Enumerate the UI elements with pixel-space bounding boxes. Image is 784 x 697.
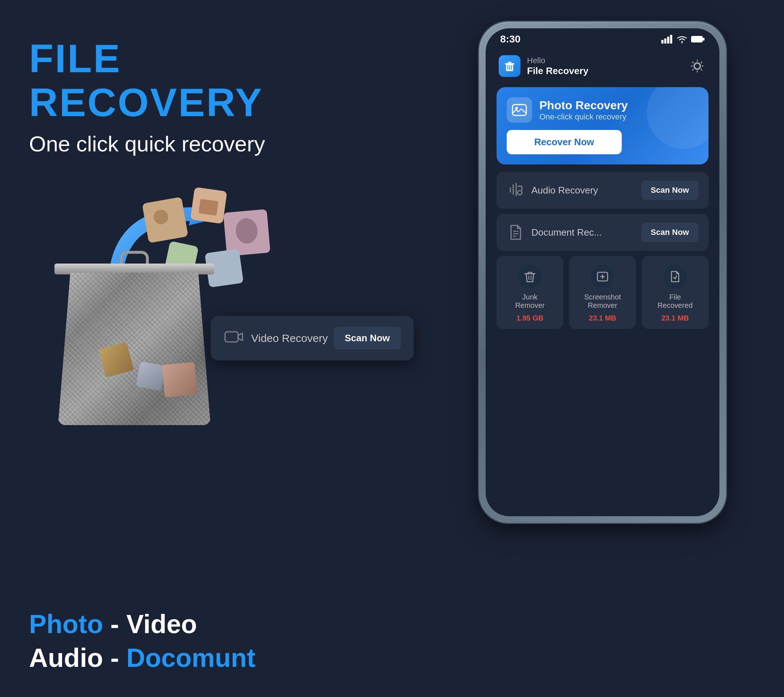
- svg-point-24: [517, 191, 522, 195]
- svg-rect-10: [664, 38, 666, 44]
- video-scan-button[interactable]: Scan Now: [334, 327, 401, 349]
- app-icon: [499, 55, 520, 77]
- header-left: Hello File Recovery: [499, 55, 588, 77]
- svg-rect-22: [512, 105, 526, 115]
- left-panel: FILE RECOVERY One click quick recovery: [29, 36, 356, 425]
- svg-rect-12: [670, 35, 672, 44]
- trash-handle: [120, 251, 149, 265]
- header-text: Hello File Recovery: [527, 56, 588, 77]
- photo-icon: [511, 102, 528, 119]
- svg-rect-17: [508, 62, 511, 64]
- screenshot-size: 23.1 MB: [589, 314, 616, 322]
- label-photo: Photo: [29, 610, 103, 639]
- file-name: FileRecovered: [658, 293, 693, 310]
- label-line2: Audio - Docomunt: [29, 641, 255, 675]
- label-video: Video: [126, 610, 197, 639]
- file-icon-circle: [663, 265, 687, 288]
- file-recovered-card[interactable]: FileRecovered 23.1 MB: [642, 256, 708, 329]
- document-scan-button[interactable]: Scan Now: [641, 222, 698, 242]
- screenshot-name: ScreenshotRemover: [584, 293, 621, 310]
- screenshot-icon-circle: [591, 265, 614, 288]
- bottom-labels: Photo - Video Audio - Docomunt: [29, 607, 255, 675]
- trash-icon-svg: [503, 59, 516, 73]
- card-title: Photo Recovery: [539, 99, 628, 112]
- trash-scene: [29, 171, 283, 425]
- svg-point-23: [515, 107, 518, 110]
- svg-point-21: [694, 63, 700, 69]
- video-recovery-float: Video Recovery Scan Now: [211, 316, 414, 361]
- app-header: Hello File Recovery: [486, 48, 720, 84]
- label-line1: Photo - Video: [29, 607, 255, 641]
- phone-container: 8:30: [479, 22, 755, 523]
- tools-grid: JunkRemover 1.95 GB ScreenshotRemover 23…: [497, 256, 708, 329]
- trash-photo-1: [98, 342, 134, 377]
- card-top: Photo Recovery One-click quick recovery: [507, 97, 698, 123]
- audio-icon: [507, 181, 525, 199]
- audio-label: Audio Recovery: [531, 185, 598, 196]
- video-icon: [224, 328, 244, 348]
- trash-can: [58, 251, 211, 425]
- label-document: Docomunt: [126, 643, 255, 672]
- gear-icon[interactable]: [688, 57, 706, 75]
- header-title-text: File Recovery: [527, 65, 588, 77]
- video-label: Video Recovery: [251, 332, 328, 344]
- junk-name: JunkRemover: [515, 293, 544, 310]
- trash-body: [58, 273, 211, 425]
- junk-icon-circle: [518, 265, 542, 288]
- svg-rect-36: [225, 332, 238, 342]
- svg-rect-13: [691, 36, 703, 43]
- recover-now-button[interactable]: Recover Now: [507, 130, 622, 154]
- photo-recovery-card: Photo Recovery One-click quick recovery …: [497, 87, 708, 165]
- label-audio: Audio -: [29, 643, 126, 672]
- header-hello: Hello: [527, 56, 588, 65]
- signal-icon: [661, 35, 673, 44]
- phone-outer: 8:30: [479, 22, 726, 523]
- document-recovery-item: Document Rec... Scan Now: [497, 214, 708, 251]
- card-text: Photo Recovery One-click quick recovery: [539, 99, 628, 122]
- floating-photo-2: [190, 187, 227, 224]
- audio-scan-button[interactable]: Scan Now: [641, 180, 698, 200]
- main-title: FILE RECOVERY: [29, 36, 356, 124]
- screenshot-remover-card[interactable]: ScreenshotRemover 23.1 MB: [569, 256, 636, 329]
- phone-notch: [563, 28, 642, 42]
- audio-item-left: Audio Recovery: [507, 181, 598, 199]
- svg-rect-9: [661, 40, 664, 44]
- phone-inner: 8:30: [486, 28, 720, 516]
- document-label: Document Rec...: [531, 227, 602, 238]
- svg-rect-4: [199, 199, 219, 216]
- audio-recovery-item: Audio Recovery Scan Now: [497, 172, 708, 209]
- card-subtitle: One-click quick recovery: [539, 112, 628, 122]
- floating-photo-1: [142, 197, 188, 243]
- card-icon: [507, 97, 532, 123]
- svg-rect-11: [667, 37, 669, 44]
- trash-photo-3: [162, 362, 198, 397]
- floating-photo-3: [223, 209, 270, 256]
- status-time: 8:30: [500, 33, 520, 45]
- battery-icon: [691, 35, 705, 43]
- doc-item-left: Document Rec...: [507, 223, 602, 241]
- label-dash1: -: [103, 610, 126, 639]
- file-size: 23.1 MB: [661, 314, 689, 322]
- junk-size: 1.95 GB: [517, 314, 544, 322]
- document-icon: [507, 223, 525, 241]
- trash-photo-2: [136, 361, 165, 391]
- screenshot-icon: [595, 269, 610, 284]
- junk-remover-card[interactable]: JunkRemover 1.95 GB: [497, 256, 563, 329]
- subtitle: One click quick recovery: [29, 132, 356, 157]
- video-item-left: Video Recovery: [224, 328, 328, 348]
- file-recovered-icon: [668, 269, 682, 284]
- junk-icon: [523, 269, 537, 284]
- wifi-icon: [677, 35, 687, 44]
- svg-rect-14: [703, 38, 705, 41]
- status-icons: [661, 35, 705, 44]
